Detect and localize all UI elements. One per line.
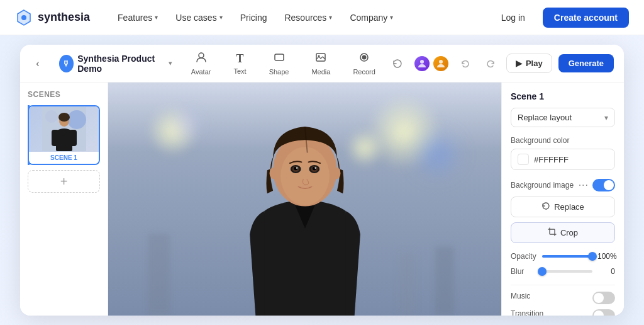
transition-toggle-knob: [594, 311, 604, 316]
generate-button[interactable]: Generate: [558, 54, 614, 72]
scene-1-label: SCENE 1: [29, 152, 99, 164]
svg-rect-15: [69, 130, 77, 146]
bg-person-3: [399, 253, 415, 316]
scene-1-wrapper: SCENE 1: [28, 105, 100, 165]
editor-card: ‹ 🎙 Synthesia Product Demo ▾ Avatar: [20, 45, 624, 316]
svg-rect-13: [56, 145, 72, 151]
add-scene-button[interactable]: +: [28, 170, 100, 193]
opacity-slider[interactable]: [542, 255, 592, 258]
bg-person-2: [435, 246, 454, 316]
tool-record[interactable]: Record: [348, 49, 380, 78]
navbar: synthesia Features ▾ Use cases ▾ Pricing…: [0, 0, 644, 35]
shape-icon: [274, 52, 285, 66]
nav-features[interactable]: Features ▾: [110, 9, 165, 26]
project-name-label: Synthesia Product Demo: [77, 54, 165, 74]
nav-use-cases[interactable]: Use cases ▾: [168, 9, 230, 26]
more-options-button[interactable]: ···: [579, 180, 589, 191]
scene-1-thumbnail: [29, 106, 99, 152]
bg-image-toggle[interactable]: [592, 179, 615, 191]
back-button[interactable]: ‹: [30, 55, 45, 72]
tool-avatar[interactable]: Avatar: [186, 49, 216, 78]
transition-toggle[interactable]: [592, 309, 615, 316]
music-label: Music: [511, 292, 530, 300]
svg-point-6: [362, 55, 367, 59]
nav-resources[interactable]: Resources ▾: [277, 9, 340, 26]
chevron-down-icon: ▾: [329, 14, 332, 21]
main-area: ‹ 🎙 Synthesia Product Demo ▾ Avatar: [0, 35, 644, 325]
panel-section-title: Scene 1: [511, 91, 615, 101]
music-toggle[interactable]: [592, 292, 615, 304]
redo-button[interactable]: [481, 54, 500, 73]
svg-point-4: [318, 55, 320, 57]
text-icon: T: [236, 52, 244, 66]
nav-actions: Log in Create account: [491, 8, 629, 28]
svg-point-0: [21, 15, 26, 20]
project-title[interactable]: 🎙 Synthesia Product Demo ▾: [53, 50, 179, 77]
avatar-stack: [413, 55, 450, 72]
login-button[interactable]: Log in: [491, 8, 535, 28]
svg-point-27: [314, 167, 316, 169]
music-row: Music: [511, 292, 615, 304]
refresh-button[interactable]: [388, 54, 407, 73]
svg-point-8: [439, 60, 443, 64]
tool-media[interactable]: Media: [306, 49, 335, 78]
tool-text[interactable]: T Text: [228, 50, 251, 77]
crop-button[interactable]: Crop: [511, 222, 615, 243]
scenes-title: Scenes: [28, 90, 100, 99]
chevron-down-icon: ▾: [604, 113, 608, 122]
tool-shape[interactable]: Shape: [264, 49, 294, 78]
bg-blob-1: [412, 129, 462, 180]
create-account-button[interactable]: Create account: [543, 8, 629, 28]
music-toggle-knob: [594, 293, 604, 303]
text-label: Text: [233, 67, 246, 75]
svg-point-10: [67, 110, 86, 129]
blur-thumb[interactable]: [538, 267, 547, 276]
video-area[interactable]: [108, 83, 501, 316]
scene-1-item[interactable]: SCENE 1: [28, 105, 100, 165]
shape-label: Shape: [269, 68, 289, 76]
crop-icon: [548, 227, 557, 238]
svg-rect-3: [316, 54, 325, 61]
svg-rect-14: [52, 130, 59, 146]
blur-row: Blur 0: [511, 267, 615, 276]
layout-section: Replace layout ▾: [511, 108, 615, 127]
media-label: Media: [311, 68, 330, 76]
replace-button[interactable]: Replace: [511, 197, 615, 217]
nav-links: Features ▾ Use cases ▾ Pricing Resources…: [110, 9, 491, 26]
transition-label: Transition: [511, 309, 543, 316]
svg-point-19: [280, 147, 330, 205]
record-label: Record: [353, 68, 375, 76]
bg-image-row: Background image ···: [511, 179, 615, 191]
chevron-down-icon: ▾: [169, 59, 172, 67]
collaborator-avatar2: [432, 55, 450, 72]
layout-dropdown[interactable]: Replace layout ▾: [511, 108, 615, 127]
logo-icon: [15, 9, 33, 26]
nav-pricing[interactable]: Pricing: [233, 9, 275, 26]
video-background: [108, 83, 501, 316]
media-icon: [315, 52, 326, 66]
blur-slider[interactable]: [542, 270, 592, 273]
bg-color-label: Background color: [511, 136, 615, 145]
logo[interactable]: synthesia: [15, 9, 90, 26]
editor-toolbar: ‹ 🎙 Synthesia Product Demo ▾ Avatar: [20, 45, 624, 83]
svg-point-11: [45, 110, 58, 123]
opacity-fill: [542, 255, 592, 258]
nav-company[interactable]: Company ▾: [342, 9, 401, 26]
svg-rect-2: [275, 54, 284, 60]
svg-point-7: [420, 60, 424, 64]
play-button[interactable]: ▶ Play: [506, 54, 552, 73]
toolbar-center: Avatar T Text Shape: [186, 49, 380, 78]
opacity-label: Opacity: [511, 252, 537, 261]
opacity-value: 100%: [597, 252, 615, 261]
bg-image-actions: ···: [579, 179, 615, 191]
opacity-row: Opacity 100%: [511, 252, 615, 261]
transition-row: Transition: [511, 309, 615, 316]
bg-color-field[interactable]: #FFFFFF: [511, 149, 615, 170]
bg-image-label: Background image: [511, 181, 574, 190]
opacity-section: Opacity 100% Blur 0: [511, 252, 615, 276]
opacity-thumb[interactable]: [588, 252, 597, 261]
play-icon: ▶: [516, 59, 522, 68]
svg-point-1: [199, 53, 204, 58]
undo-button[interactable]: [456, 54, 475, 73]
avatar-figure: [211, 94, 399, 316]
